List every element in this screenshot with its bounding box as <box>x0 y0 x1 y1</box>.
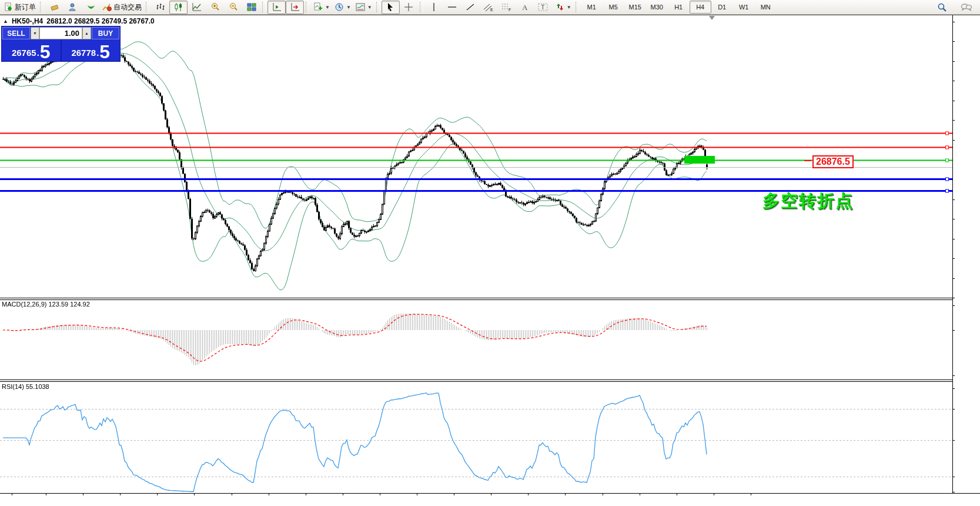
timeframe-m5[interactable]: M5 <box>603 1 624 14</box>
line-chart-button[interactable] <box>188 1 206 14</box>
toolbar-separator <box>262 2 266 12</box>
candlestick-chart-button[interactable] <box>169 1 188 14</box>
chart-shift-icon <box>290 2 300 12</box>
volume-input[interactable]: 1.00 <box>39 27 82 39</box>
template-icon <box>356 2 365 12</box>
collapse-panel-arrow-icon[interactable]: ▲ <box>3 18 8 24</box>
buy-price-main: 26778 <box>71 45 96 61</box>
new-order-label: 新订单 <box>15 2 36 12</box>
autoscroll-button[interactable] <box>267 1 286 14</box>
macd-name: MACD(12,26,9) <box>2 301 46 308</box>
text-label-button[interactable]: T <box>534 1 553 14</box>
price-label-annotation[interactable]: 26876.5 <box>812 155 854 168</box>
bar-chart-button[interactable] <box>151 1 169 14</box>
chart-shift-marker-icon[interactable] <box>709 16 715 20</box>
profile-icon <box>68 2 78 12</box>
one-click-trading-panel: SELL ▼ 1.00 ▲ BUY 26765 . 5 26778 . 5 <box>1 26 121 62</box>
eraser-icon <box>50 2 59 12</box>
templates-button[interactable]: ▼ <box>353 1 374 14</box>
svg-text:A: A <box>522 3 528 12</box>
toolbar: 新订单 自动交易 ▼ ▼ ▼ E F A T ▼ M1 M5 M15 M30 H… <box>0 0 980 15</box>
indicators-add-icon <box>313 2 323 12</box>
vertical-line-button[interactable] <box>425 1 443 14</box>
trendline-button[interactable] <box>461 1 480 14</box>
chart-ohlc-values: 26812.0 26829.5 26749.5 26767.0 <box>46 17 155 25</box>
autotrading-label: 自动交易 <box>113 2 142 12</box>
timeframe-h1[interactable]: H1 <box>668 1 690 14</box>
rsi-indicator-label: RSI(14) 55.1038 <box>2 383 49 390</box>
chat-button[interactable] <box>957 1 975 14</box>
search-button[interactable] <box>933 1 951 14</box>
arrows-button[interactable]: ▼ <box>553 1 574 14</box>
indicators-button[interactable]: ▼ <box>311 1 332 14</box>
svg-text:F: F <box>509 8 511 12</box>
timeframe-h4[interactable]: H4 <box>690 1 711 14</box>
eraser-button[interactable] <box>45 1 63 14</box>
zoom-in-button[interactable] <box>206 1 224 14</box>
zoom-out-icon <box>229 2 238 12</box>
zoom-in-icon <box>210 2 220 12</box>
sell-price-point: . <box>37 45 39 61</box>
horizontal-line-button[interactable] <box>443 1 461 14</box>
rsi-value: 55.1038 <box>26 383 49 390</box>
crosshair-button[interactable] <box>400 1 418 14</box>
text-icon: A <box>521 2 529 12</box>
toolbar-separator <box>40 2 44 12</box>
trendline-icon <box>466 2 475 12</box>
sell-price[interactable]: 26765 . 5 <box>2 40 61 61</box>
fibonacci-icon: F <box>501 2 512 12</box>
svg-text:E: E <box>490 8 493 12</box>
zoom-out-button[interactable] <box>224 1 242 14</box>
chart-plot[interactable] <box>0 0 980 506</box>
toolbar-separator <box>306 2 309 12</box>
text-button[interactable]: A <box>516 1 534 14</box>
autotrading-button[interactable]: 自动交易 <box>100 1 144 14</box>
profile-button[interactable] <box>63 1 82 14</box>
rsi-name: RSI(14) <box>2 383 24 390</box>
chat-icon <box>961 2 972 12</box>
timeframe-m30[interactable]: M30 <box>646 1 668 14</box>
buy-price-point: . <box>96 45 99 61</box>
timeframe-m15[interactable]: M15 <box>624 1 646 14</box>
autotrading-icon <box>102 2 112 12</box>
tile-windows-button[interactable] <box>242 1 260 14</box>
vertical-line-icon <box>430 2 438 12</box>
svg-text:T: T <box>541 4 545 11</box>
chart-title-bar: ▲ HK50-,H4 26812.0 26829.5 26749.5 26767… <box>3 17 155 25</box>
crosshair-icon <box>404 2 413 12</box>
toolbar-separator <box>146 2 149 12</box>
horizontal-line-icon <box>447 2 457 12</box>
channel-icon: E <box>483 2 494 12</box>
clock-icon <box>335 2 344 12</box>
cursor-button[interactable] <box>382 1 400 14</box>
equidistant-channel-button[interactable]: E <box>480 1 498 14</box>
toolbar-separator <box>376 2 380 12</box>
toolbar-separator <box>576 2 579 12</box>
timeframe-d1[interactable]: D1 <box>711 1 733 14</box>
chart-symbol-period: HK50-,H4 <box>12 17 43 25</box>
price-label-connector <box>804 160 811 161</box>
new-order-button[interactable]: 新订单 <box>1 1 38 14</box>
new-order-icon <box>4 2 13 12</box>
timeframe-mn[interactable]: MN <box>755 1 777 14</box>
buy-price[interactable]: 26778 . 5 <box>62 40 121 61</box>
candlestick-icon <box>174 2 183 12</box>
toolbar-separator <box>420 2 423 12</box>
timeframe-w1[interactable]: W1 <box>733 1 755 14</box>
timeframe-m1[interactable]: M1 <box>581 1 603 14</box>
pivot-point-annotation[interactable]: 多空转折点 <box>762 189 854 213</box>
bar-chart-icon <box>156 2 165 12</box>
periods-button[interactable]: ▼ <box>332 1 353 14</box>
text-label-icon: T <box>538 2 548 12</box>
line-chart-icon <box>192 2 202 12</box>
buy-button[interactable]: BUY <box>92 27 119 39</box>
fibonacci-button[interactable]: F <box>498 1 516 14</box>
volume-increase-button[interactable]: ▲ <box>82 27 91 39</box>
sell-button[interactable]: SELL <box>2 27 30 39</box>
signal-button[interactable] <box>82 1 100 14</box>
chart-shift-button[interactable] <box>286 1 304 14</box>
cursor-icon <box>386 2 395 12</box>
dropdown-arrow-icon: ▼ <box>346 5 351 10</box>
volume-decrease-button[interactable]: ▼ <box>31 27 39 39</box>
dropdown-arrow-icon: ▼ <box>567 5 571 10</box>
